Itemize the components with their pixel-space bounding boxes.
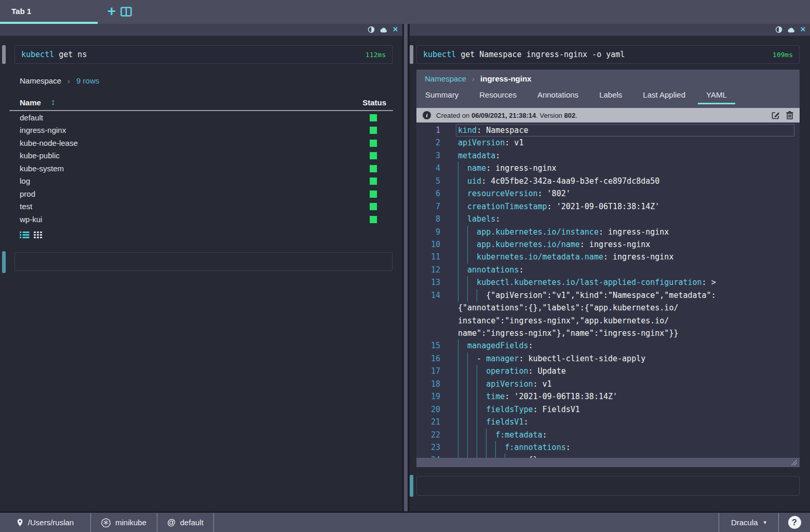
sidecar-tab-resources[interactable]: Resources: [479, 90, 517, 104]
yaml-line: 18apiVersion: v1: [416, 378, 800, 390]
yaml-value: instance":"ingress-nginx","app.kubernete…: [458, 316, 669, 325]
table-row[interactable]: ingress-nginx: [0, 124, 402, 137]
sidecar-tab-yaml[interactable]: YAML: [698, 90, 735, 104]
indent-guides: [458, 264, 467, 276]
namespace-name[interactable]: test: [20, 202, 32, 211]
tab-1[interactable]: Tab 1: [0, 0, 98, 24]
row-count-link[interactable]: 9 rows: [76, 76, 99, 85]
split-view-icon: [120, 7, 132, 17]
new-tab-button[interactable]: +: [104, 1, 119, 23]
block-status-bar: [410, 45, 413, 64]
theme-selector[interactable]: Dracula ▾: [719, 513, 779, 532]
indent-guides: [458, 238, 477, 251]
sidecar-tab-labels[interactable]: Labels: [599, 90, 622, 104]
table-row[interactable]: default: [0, 112, 402, 124]
edit-button[interactable]: [772, 111, 780, 119]
block-status-bar: [2, 45, 6, 64]
status-badge: [370, 203, 377, 210]
panel-divider-handle[interactable]: [404, 24, 408, 511]
yaml-line: 9app.kubernetes.io/instance: ingress-ngi…: [416, 226, 800, 238]
status-badge: [370, 127, 377, 134]
delete-button[interactable]: [786, 111, 793, 119]
namespace-name[interactable]: kube-public: [20, 151, 60, 160]
yaml-key: labels: [467, 214, 495, 224]
breadcrumb-kind-link[interactable]: Namespace: [425, 74, 466, 83]
line-number: 24: [416, 454, 440, 458]
indent-guides: [458, 213, 467, 225]
yaml-editor[interactable]: 1kind: Namespace2apiVersion: v13metadata…: [416, 122, 800, 458]
cloud-icon: [787, 26, 795, 33]
table-row[interactable]: wp-kui: [0, 213, 402, 226]
indent-guides: [458, 226, 477, 238]
namespace-name[interactable]: default: [20, 113, 43, 122]
command-block[interactable]: kubectl get ns 112ms: [15, 45, 393, 64]
table-row[interactable]: kube-node-lease: [0, 137, 402, 149]
table-row[interactable]: kube-system: [0, 162, 402, 175]
tab-1-label: Tab 1: [11, 7, 31, 16]
screenshot-button[interactable]: [787, 26, 795, 33]
status-badge: [370, 152, 377, 159]
sidecar-tab-summary[interactable]: Summary: [425, 90, 458, 104]
sidecar-scrollbar-track[interactable]: [416, 458, 800, 467]
table-row[interactable]: log: [0, 175, 402, 187]
sort-icon[interactable]: ↕: [51, 98, 55, 107]
namespace-name[interactable]: kube-system: [20, 164, 64, 173]
yaml-value: : ingress-nginx: [486, 163, 556, 173]
command-input[interactable]: [416, 476, 800, 496]
yaml-line: 22f:metadata:: [416, 429, 800, 441]
yaml-line: 10app.kubernetes.io/name: ingress-nginx: [416, 238, 800, 251]
list-view-button[interactable]: [20, 231, 30, 239]
command-block[interactable]: kubectl get Namespace ingress-nginx -o y…: [416, 45, 800, 64]
namespace-name[interactable]: kube-node-lease: [20, 139, 78, 147]
context-label: minikube: [115, 518, 146, 527]
screenshot-button[interactable]: [380, 26, 388, 33]
yaml-key: kubernetes.io/metadata.name: [477, 252, 603, 262]
close-panel-button[interactable]: ✕: [393, 25, 398, 34]
namespace-name[interactable]: ingress-nginx: [20, 126, 66, 134]
namespace-name[interactable]: log: [20, 176, 30, 185]
yaml-value: :: [566, 443, 571, 452]
yaml-line: 7creationTimestamp: '2021-09-06T18:38:14…: [416, 200, 800, 213]
location-pin-icon: [17, 519, 23, 527]
line-number: 12: [416, 264, 440, 276]
close-panel-button[interactable]: ✕: [800, 25, 806, 34]
yaml-value: {"annotations":{},"labels":{"app.kuberne…: [458, 303, 678, 312]
table-row[interactable]: test: [0, 200, 402, 213]
resize-handle-icon: [791, 460, 797, 466]
line-number: 18: [416, 378, 440, 390]
kubernetes-icon: [101, 518, 111, 527]
kui-app: Tab 1 +: [0, 0, 810, 532]
sidecar-tab-annotations[interactable]: Annotations: [537, 90, 578, 104]
line-number: 10: [416, 238, 440, 251]
sidecar-tabs: SummaryResourcesAnnotationsLabelsLast Ap…: [425, 90, 727, 104]
yaml-line: 20fieldsType: FieldsV1: [416, 403, 800, 416]
grid-view-button[interactable]: [34, 231, 43, 239]
namespace-name[interactable]: wp-kui: [20, 215, 42, 224]
sidecar-tab-last-applied[interactable]: Last Applied: [643, 90, 685, 104]
status-badge: [370, 190, 377, 198]
command-input[interactable]: [15, 252, 393, 271]
table-row[interactable]: kube-public: [0, 149, 402, 162]
line-number: 20: [416, 403, 440, 416]
status-filler: [214, 513, 719, 532]
yaml-line: 3metadata:: [416, 149, 800, 162]
indent-guides: [458, 352, 477, 365]
yaml-key: metadata: [458, 151, 495, 160]
yaml-key: app.kubernetes.io/name: [477, 240, 580, 249]
toggle-contrast-button[interactable]: [368, 26, 375, 33]
split-view-button[interactable]: [120, 7, 132, 17]
indent-guides: [458, 187, 467, 200]
cwd-segment[interactable]: /Users/ruslan: [0, 513, 91, 532]
toggle-contrast-button[interactable]: [775, 26, 782, 33]
left-split-panel: ✕ kubectl get ns 112ms Namespace › 9 row…: [0, 24, 402, 511]
line-number: 19: [416, 390, 440, 403]
namespace-name[interactable]: prod: [20, 189, 35, 198]
context-segment[interactable]: minikube: [91, 513, 157, 532]
line-number: 21: [416, 416, 440, 428]
help-segment[interactable]: ?: [779, 513, 810, 532]
yaml-value: : ingress-nginx: [603, 252, 673, 262]
table-row[interactable]: prod: [0, 188, 402, 200]
yaml-value: : Update: [528, 366, 565, 376]
yaml-value: : v1: [505, 138, 523, 147]
namespace-segment[interactable]: @ default: [157, 513, 214, 532]
